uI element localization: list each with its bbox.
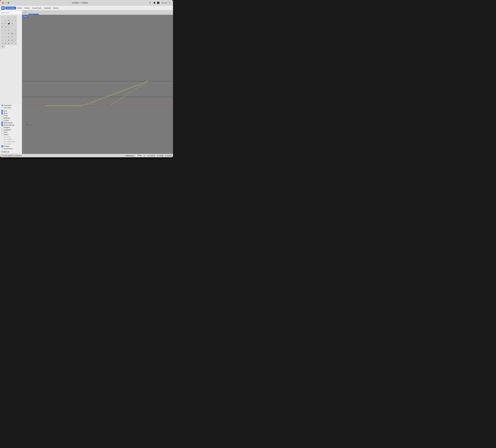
osnap-checkbox-perpendicular[interactable]	[1, 124, 3, 126]
osnap-snap-smarttrack[interactable]: SmartTrack	[1, 147, 21, 150]
loft-tool[interactable]: ≋	[4, 22, 7, 25]
osnap-checkbox-vertex[interactable]	[1, 134, 3, 135]
osnap-checkbox-tangent[interactable]	[1, 127, 3, 128]
group-tool[interactable]: ⊛	[11, 42, 14, 45]
light-tool[interactable]: ☀	[1, 39, 4, 42]
hatch-tool[interactable]: ⊞	[4, 42, 7, 45]
osnap-mode-one-shot[interactable]: One shot	[1, 107, 21, 109]
close-button[interactable]	[2, 2, 4, 4]
osnap-checkbox-on-curve	[1, 136, 3, 138]
orbit-tool[interactable]: ⊛	[7, 35, 10, 38]
osnap-checkbox-center[interactable]	[1, 119, 3, 121]
surface-tool[interactable]: ◈	[11, 22, 14, 25]
polyline-tool[interactable]: ⌐	[11, 16, 14, 18]
trim-tool[interactable]: ✂	[1, 29, 4, 32]
osnap-mode-persistent[interactable]: Persistent	[1, 104, 21, 107]
osnap-checkbox-end[interactable]	[1, 110, 3, 112]
sidebar-toggle[interactable]	[1, 6, 5, 10]
osnap-checkbox-quadrant[interactable]	[1, 129, 3, 131]
osnap-snap-tangent[interactable]: Tangent	[1, 126, 21, 128]
scale-tool[interactable]: ⤢	[11, 25, 14, 29]
pan-tool[interactable]: ✋	[4, 35, 7, 38]
disable-all-button[interactable]: Disable all	[1, 151, 21, 153]
toolbar-ortho-button[interactable]: Ortho	[16, 7, 23, 9]
zoom-tool[interactable]: 🔍	[1, 35, 4, 38]
extra-tool[interactable]: ▾	[14, 42, 17, 45]
draft-tool[interactable]: ◱	[14, 32, 17, 35]
display-tool[interactable]: ◑	[11, 39, 14, 42]
osnap-checkbox-midpoint[interactable]	[1, 117, 3, 119]
view-tool[interactable]: ⊡	[11, 35, 14, 38]
snap-tool[interactable]: ⊹	[4, 39, 7, 42]
coords-tool[interactable]: ⊠	[1, 45, 5, 48]
toolbar-gumball-button[interactable]: Gumball	[43, 7, 52, 9]
nav-back-button[interactable]: ⊕	[148, 1, 152, 5]
osnap-label-intersection: Intersection	[4, 122, 13, 124]
osnap-snap-vertex[interactable]: Vertex	[1, 133, 21, 136]
toolbar-smart-track-button[interactable]: SmartTrack	[31, 7, 43, 9]
point-tool[interactable]: ·	[4, 16, 7, 18]
osnap-label-point: Point	[4, 115, 8, 117]
viewport-grid-icon[interactable]	[23, 11, 26, 14]
toolbar-grid-snap-button[interactable]: Grid Snap	[5, 7, 16, 9]
extrude-tool[interactable]: ⬆	[1, 22, 4, 25]
minimize-button[interactable]	[5, 2, 7, 4]
fillet-tool[interactable]: ◠	[11, 29, 14, 32]
detail-tool[interactable]: ⊙	[1, 42, 4, 45]
offset-tool[interactable]: ◫	[14, 29, 17, 32]
osnap-snap-end[interactable]: End	[1, 110, 21, 112]
osnap-label-on-polysurface: On polysurface	[4, 141, 16, 143]
layouts-icon[interactable]: ⊞	[168, 1, 171, 4]
block-tool[interactable]: ⧫	[7, 42, 10, 45]
maximize-button[interactable]	[8, 2, 9, 4]
record-button[interactable]	[153, 1, 156, 5]
camera-tool[interactable]: ⬚	[14, 35, 17, 38]
circle-tool[interactable]: ○	[1, 19, 4, 22]
mirror-tool[interactable]: ⊣	[14, 25, 17, 29]
osnap-mode-radio-one-shot[interactable]	[1, 107, 3, 109]
check-tool[interactable]: ✓	[1, 32, 4, 35]
osnap-snap-knot[interactable]: Knot	[1, 131, 21, 133]
osnap-snap-midpoint[interactable]: Midpoint	[1, 117, 21, 119]
osnap-snap-point[interactable]: Point	[1, 114, 21, 117]
toolbar-planar-button[interactable]: Planar	[23, 7, 31, 9]
osnap-checkbox-point[interactable]	[1, 115, 3, 117]
copy-tool[interactable]: ⧉	[4, 25, 7, 29]
osnap-checkbox-intersection[interactable]	[1, 122, 3, 124]
cplane-select[interactable]: CPlane World	[136, 155, 146, 157]
analyze-tool[interactable]: ⊞	[7, 32, 10, 35]
osnap-checkbox-smarttrack[interactable]	[1, 148, 3, 150]
join-tool[interactable]: ⊕	[7, 29, 10, 32]
osnap-snap-intersection[interactable]: Intersection	[1, 122, 21, 124]
polygon-tool[interactable]: ⬡	[14, 19, 17, 22]
osnap-snap-near[interactable]: Near	[1, 112, 21, 114]
mesh-tool[interactable]: ⬛	[7, 22, 10, 25]
osnap-snap-perpendicular[interactable]: Perpendicular	[1, 124, 21, 126]
freeform-tool[interactable]: ◌	[14, 16, 17, 18]
solid-tool[interactable]: ⬦	[14, 22, 17, 25]
viewport[interactable]: Front	[22, 15, 173, 154]
osnap-checkbox-knot[interactable]	[1, 131, 3, 133]
stop-button[interactable]	[157, 2, 159, 4]
osnap-snap-project[interactable]: Project	[1, 145, 21, 147]
curve-tool[interactable]: ∿	[7, 16, 10, 18]
ellipse-tool[interactable]: ◎	[4, 19, 7, 22]
measure-tool[interactable]: ⌇	[4, 32, 7, 35]
command-bar[interactable]: Command	[0, 10, 22, 15]
osnap-checkbox-project[interactable]	[1, 145, 3, 147]
move-tool[interactable]: ✥	[1, 25, 4, 29]
split-tool[interactable]: ⊘	[4, 29, 7, 32]
rect-tool[interactable]: □	[11, 19, 14, 22]
osnap-checkbox-near[interactable]	[1, 112, 3, 114]
osnap-snap-center[interactable]: Center	[1, 119, 21, 121]
arc-tool[interactable]: ◒	[7, 19, 10, 22]
toolbar-history-button[interactable]: History	[52, 7, 60, 9]
material-tool[interactable]: ◐	[7, 39, 10, 42]
select-tool[interactable]: ↖	[1, 16, 4, 18]
osnap-mode-radio-persistent[interactable]	[1, 104, 3, 106]
render-tool[interactable]: ▣	[11, 32, 14, 35]
rotate-tool[interactable]: ↺	[7, 25, 10, 29]
viewport-tab-top[interactable]: Top	[29, 10, 39, 11]
osnap-snap-quadrant[interactable]: Quadrant	[1, 129, 21, 131]
misc-tool[interactable]: ▸	[14, 39, 17, 42]
